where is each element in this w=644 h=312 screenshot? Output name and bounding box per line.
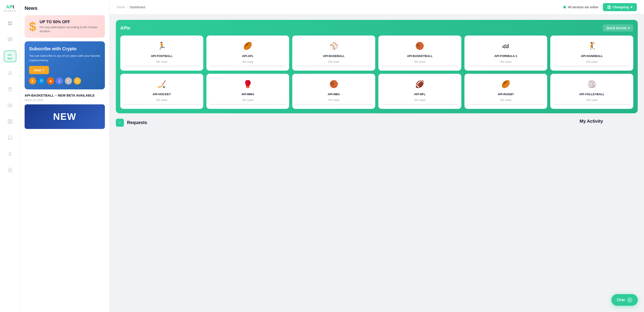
breadcrumb-home[interactable]: Home xyxy=(117,5,125,9)
api-card-api-basketball[interactable]: 🏀 API-BASKETBALL 0% Used xyxy=(378,35,461,71)
quick-access-button[interactable]: Quick Access ▾ xyxy=(603,24,633,31)
api-card-name: API-NBA xyxy=(328,92,340,96)
litecoin-icon: Ł xyxy=(65,77,72,84)
promo-crypto-heading: Subscribe with Crypto xyxy=(29,46,100,51)
api-card-api-handball[interactable]: 🤾 API-HANDBALL 0% Used xyxy=(550,35,633,71)
svg-rect-19 xyxy=(607,8,611,9)
svg-rect-14 xyxy=(10,122,12,124)
api-card-api-baseball[interactable]: ⚾ API-BASEBALL 0% Used xyxy=(292,35,375,71)
crypto-icons-row: ₿ Ð ◈ ⟠ Ł ⓩ xyxy=(29,77,100,84)
api-card-api-afl[interactable]: 🏉 API-AFL 0% Used xyxy=(206,35,289,71)
sidebar-item-user[interactable] xyxy=(5,68,15,78)
changelog-label: Changelog xyxy=(613,5,629,9)
apis-label: APIs xyxy=(120,25,130,31)
api-card-name: API-MMA xyxy=(241,92,254,96)
activity-section: My Activity xyxy=(580,119,638,124)
sidebar: API SPORTS </> Apis xyxy=(0,0,20,312)
svg-rect-12 xyxy=(10,120,12,121)
api-card-api-nfl[interactable]: 🏈 API-NFL 0% Used xyxy=(378,74,461,109)
apis-section: APIs Quick Access ▾ 🏃 API-FOOTBALL 0% Us… xyxy=(116,20,638,113)
sidebar-item-trash[interactable] xyxy=(5,84,15,94)
sidebar-item-list[interactable] xyxy=(5,34,15,44)
sidebar-item-lock[interactable] xyxy=(5,165,15,175)
dash-icon: Ð xyxy=(38,77,45,84)
svg-rect-1 xyxy=(10,21,12,23)
chat-toggle-icon xyxy=(627,297,632,303)
svg-text:</>: </> xyxy=(8,53,12,56)
topbar-right: All services are online Changelog xyxy=(563,3,637,11)
api-card-icon: 🏀 xyxy=(328,78,340,90)
sidebar-item-apis[interactable]: </> Apis xyxy=(4,50,16,62)
main-content: Home › Dashboard All services are online… xyxy=(110,0,644,312)
breadcrumb-current: Dashboard xyxy=(130,5,145,9)
svg-rect-3 xyxy=(10,23,12,25)
svg-point-10 xyxy=(10,105,11,106)
api-card-used: 0% Used xyxy=(328,99,339,102)
api-card-bar xyxy=(554,66,630,67)
svg-rect-11 xyxy=(8,120,10,121)
sidebar-item-eye[interactable] xyxy=(5,101,15,110)
api-card-api-hockey[interactable]: 🏒 API-HOCKEY 0% Used xyxy=(120,74,203,109)
api-cards-row1: 🏃 API-FOOTBALL 0% Used 🏉 API-AFL 0% Used… xyxy=(120,35,633,71)
sidebar-item-dashboard[interactable] xyxy=(5,18,15,28)
chat-button[interactable]: Chat xyxy=(611,294,638,306)
api-card-api-football[interactable]: 🏃 API-FOOTBALL 0% Used xyxy=(120,35,203,71)
svg-rect-18 xyxy=(607,7,611,7)
promo-sale-body: For any subscription according to the ch… xyxy=(40,25,100,33)
bitcoin-icon: ₿ xyxy=(29,77,36,84)
svg-rect-5 xyxy=(8,39,12,40)
promo-sale-card[interactable]: $ UP TO 50% OFF For any subscription acc… xyxy=(24,15,105,38)
api-card-name: API-FOOTBALL xyxy=(151,54,173,58)
api-card-api-formula-1[interactable]: 🏎 API-FORMULA-1 0% Used xyxy=(464,35,548,71)
api-card-icon: 🤾 xyxy=(586,39,598,52)
sidebar-item-grid2[interactable] xyxy=(5,117,15,126)
how-button[interactable]: How ? xyxy=(29,66,49,74)
api-card-used: 0% Used xyxy=(586,99,597,102)
api-card-bar xyxy=(468,104,544,105)
api-card-used: 0% Used xyxy=(500,99,512,102)
changelog-button[interactable]: Changelog xyxy=(603,3,637,11)
api-card-used: 0% Used xyxy=(156,99,167,102)
api-card-icon: 🏐 xyxy=(586,78,598,90)
svg-rect-2 xyxy=(8,23,10,25)
api-card-name: API-FORMULA-1 xyxy=(494,54,518,58)
api-card-used: 0% Used xyxy=(414,60,425,63)
api-card-bar xyxy=(382,104,458,105)
api-card-bar xyxy=(296,104,372,105)
apis-header: APIs Quick Access ▾ xyxy=(120,24,633,31)
api-card-icon: 🏈 xyxy=(414,78,426,90)
article-heading: API-BASKETBALL – NEW BETA AVAILABLE xyxy=(24,93,105,98)
article-thumbnail[interactable]: NEW xyxy=(24,104,105,129)
api-card-bar xyxy=(468,66,544,67)
api-card-api-mma[interactable]: 🥊 API-MMA 0% Used xyxy=(206,74,289,109)
collapse-button[interactable]: ‹ xyxy=(116,119,124,127)
api-card-icon: 🏎 xyxy=(500,39,512,52)
api-card-api-rugby[interactable]: 🏉 API-RUGBY 0% Used xyxy=(464,74,548,109)
sidebar-item-export[interactable] xyxy=(5,149,15,159)
sidebar-item-bell[interactable] xyxy=(5,133,15,143)
api-card-used: 0% Used xyxy=(242,60,253,63)
status-dot-icon xyxy=(563,6,566,8)
api-card-icon: 🏒 xyxy=(156,78,168,90)
monero-icon: ◈ xyxy=(47,77,54,84)
api-card-name: API-NFL xyxy=(414,92,426,96)
api-card-api-nba[interactable]: 🏀 API-NBA 0% Used xyxy=(292,74,375,109)
promo-crypto-body: You can subscribe to any of our plans wi… xyxy=(29,54,100,62)
svg-rect-4 xyxy=(8,37,12,38)
changelog-dot-indicator xyxy=(630,6,632,8)
api-card-name: API-VOLLEYBALL xyxy=(579,92,604,96)
api-card-used: 0% Used xyxy=(500,60,512,63)
topbar: Home › Dashboard All services are online… xyxy=(110,0,644,14)
api-card-bar xyxy=(554,104,630,105)
bottom-area: ‹ Requests My Activity xyxy=(116,119,638,127)
svg-rect-17 xyxy=(607,5,611,6)
api-card-api-volleyball[interactable]: 🏐 API-VOLLEYBALL 0% Used xyxy=(550,74,633,109)
promo-dollar-sign: $ xyxy=(29,20,36,33)
api-card-icon: 🥊 xyxy=(242,78,254,90)
api-card-bar xyxy=(124,104,200,105)
svg-point-9 xyxy=(8,104,12,107)
api-card-icon: 🏉 xyxy=(242,39,254,52)
api-card-icon: 🏀 xyxy=(414,39,426,52)
promo-crypto-card[interactable]: Subscribe with Crypto You can subscribe … xyxy=(24,41,105,89)
svg-rect-0 xyxy=(8,21,10,23)
